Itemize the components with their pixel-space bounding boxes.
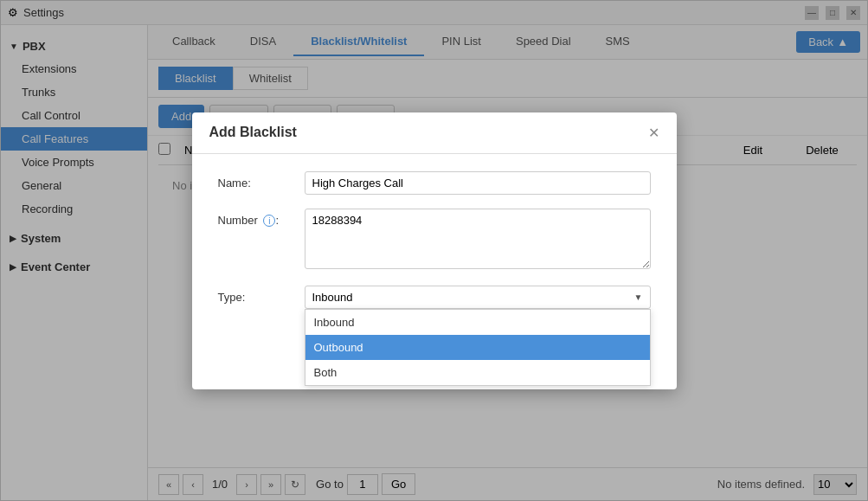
type-selected-value: Inbound (312, 291, 353, 304)
add-blacklist-modal: Add Blacklist ✕ Name: Number i: 18288394 (192, 112, 677, 389)
number-label: Number i: (218, 209, 305, 228)
type-dropdown-wrapper: Inbound ▼ Inbound Outbound Both (305, 286, 651, 309)
type-row: Type: Inbound ▼ Inbound Outbound (218, 286, 651, 309)
modal-title: Add Blacklist (209, 125, 297, 140)
option-outbound[interactable]: Outbound (305, 335, 650, 360)
modal-body: Name: Number i: 18288394 Type: (192, 154, 677, 340)
modal-overlay: Add Blacklist ✕ Name: Number i: 18288394 (0, 0, 868, 501)
name-field-wrapper (305, 171, 651, 195)
option-inbound[interactable]: Inbound (305, 310, 650, 335)
modal-header: Add Blacklist ✕ (192, 112, 677, 154)
name-input[interactable] (305, 171, 651, 195)
number-field-wrapper: 18288394 (305, 209, 651, 272)
number-info-icon[interactable]: i (263, 215, 275, 227)
type-dropdown[interactable]: Inbound ▼ (305, 286, 651, 309)
option-both[interactable]: Both (305, 360, 650, 385)
type-dropdown-list: Inbound Outbound Both (305, 309, 651, 386)
name-row: Name: (218, 171, 651, 195)
type-field-wrapper: Inbound ▼ Inbound Outbound Both (305, 286, 651, 309)
modal-close-button[interactable]: ✕ (648, 125, 659, 141)
number-input[interactable]: 18288394 (305, 209, 651, 269)
type-label: Type: (218, 286, 305, 304)
dropdown-arrow-icon: ▼ (634, 292, 643, 302)
name-label: Name: (218, 171, 305, 189)
number-row: Number i: 18288394 (218, 209, 651, 272)
